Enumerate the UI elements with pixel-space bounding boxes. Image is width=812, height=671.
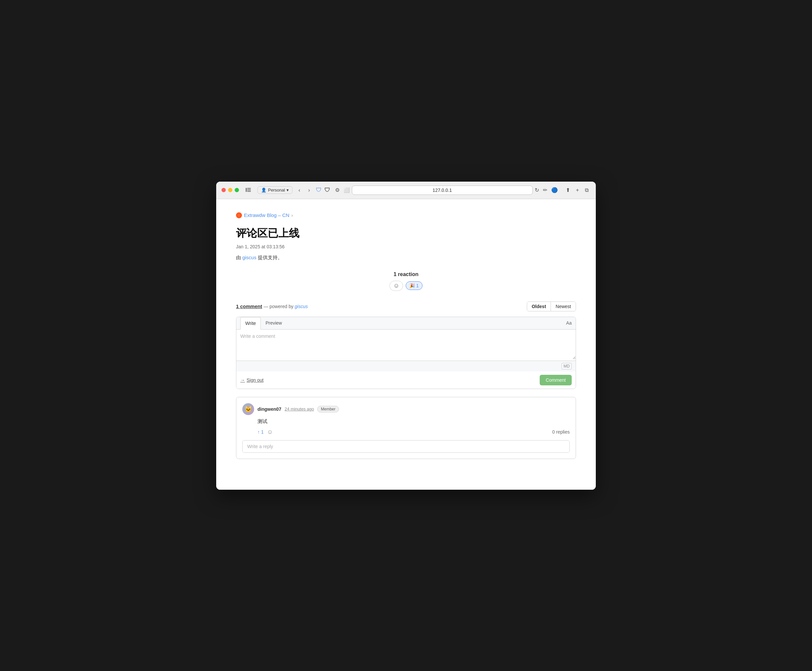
upvote-arrow-icon: ↑ [257,429,260,434]
profile-icon: 👤 [261,187,267,192]
forward-button[interactable]: › [306,186,312,194]
traffic-lights [221,188,239,192]
reactions-title: 1 reaction [236,271,576,278]
toolbar-right: ⬆ + ⧉ [564,186,591,194]
address-bar-input[interactable] [352,186,533,195]
profile-label: Personal [268,187,285,192]
share-button[interactable]: ⬆ [564,186,572,194]
svg-rect-3 [247,191,251,192]
giscus-link-2[interactable]: giscus [295,304,308,309]
comment-emoji-button[interactable]: ☺ [267,429,273,436]
powered-suffix: 提供支持。 [257,255,282,260]
shield-icon-2: 🛡 [324,187,330,194]
editor-actions: → Sign out Comment [236,371,576,389]
sign-out-label: Sign out [246,377,263,383]
reactions-row: ☺ 🎉 1 [236,281,576,291]
traffic-light-green[interactable] [235,188,239,192]
comment-meta: 🐱 dingwen07 24 minutes ago Member [242,403,570,415]
smiley-icon: ☺ [393,282,399,289]
powered-by-label: — powered by giscus [264,304,308,309]
traffic-light-red[interactable] [221,188,226,192]
party-reaction-button[interactable]: 🎉 1 [406,281,423,290]
settings-icon[interactable]: ⚙ [333,186,341,194]
breadcrumb-icon [236,212,242,218]
reply-input-container [242,440,570,453]
breadcrumb-link[interactable]: Extrawdw Blog – CN [244,212,289,218]
comment-count-area: 1 comment — powered by giscus [236,303,308,310]
shield-icon: 🛡 [316,187,322,194]
browser-window: 👤 Personal ▾ ‹ › 🛡 🛡 ⚙ ⬜ ↻ ✏ 🔵 ⬆ + ⧉ Ext… [216,182,596,490]
party-icon: 🎉 [409,283,415,288]
post-powered-by: 由 giscus 提供支持。 [236,255,576,261]
back-button[interactable]: ‹ [296,186,302,194]
sign-out-arrow-icon: → [240,377,245,383]
replies-count: 0 replies [552,429,570,434]
comment-body: 测试 [257,418,570,425]
avatar: 🐱 [242,403,254,415]
sort-newest-button[interactable]: Newest [551,302,576,311]
emoji-reaction-button[interactable]: ☺ [389,281,403,291]
editor-aa-label: Aa [566,320,572,325]
comment-author[interactable]: dingwen07 [257,407,281,412]
traffic-light-yellow[interactable] [228,188,233,192]
profile-button[interactable]: 👤 Personal ▾ [257,186,292,194]
page-title: 评论区已上线 [236,226,576,241]
giscus-link[interactable]: giscus [242,255,257,260]
reaction-count: 1 [416,283,419,288]
member-badge: Member [317,406,339,412]
tab-write[interactable]: Write [240,317,261,330]
svg-rect-2 [247,189,251,190]
svg-rect-0 [246,188,247,192]
avatar-image: 🐱 [242,403,254,415]
comment-actions: ↑ 1 ☺ [257,429,273,436]
chevron-down-icon: ▾ [287,187,289,192]
editor-tabs: Write Preview Aa [236,317,576,330]
reply-input[interactable] [243,441,569,452]
comment-count[interactable]: 1 comment [236,303,262,309]
svg-rect-1 [247,188,251,189]
comment-header: 1 comment — powered by giscus Oldest New… [236,301,576,312]
browser-content: Extrawdw Blog – CN › 评论区已上线 Jan 1, 2025 … [216,199,596,490]
breadcrumb-separator: › [291,212,293,218]
address-bar-container: 🛡 🛡 ⚙ ⬜ ↻ ✏ 🔵 [316,186,560,195]
powered-prefix: 由 [236,255,242,260]
profile-circle-icon[interactable]: 🔵 [549,186,560,194]
comment-time[interactable]: 24 minutes ago [285,407,314,411]
comment-editor: Write Preview Aa MD → Sign out Comment [236,317,576,389]
browser-titlebar: 👤 Personal ▾ ‹ › 🛡 🛡 ⚙ ⬜ ↻ ✏ 🔵 ⬆ + ⧉ [216,182,596,199]
sort-oldest-button[interactable]: Oldest [527,302,551,311]
add-tab-button[interactable]: + [574,186,581,194]
comment-submit-button[interactable]: Comment [540,375,572,385]
reactions-section: 1 reaction ☺ 🎉 1 [236,271,576,291]
editor-footer: MD [236,361,576,371]
tab-preview[interactable]: Preview [261,317,287,329]
upvote-button[interactable]: ↑ 1 [257,429,264,434]
sign-out-button[interactable]: → Sign out [240,377,263,383]
markdown-icon: MD [561,363,572,370]
upvote-count: 1 [261,429,264,434]
comment-textarea[interactable] [236,330,576,359]
reader-icon[interactable]: ⬜ [341,186,352,194]
edit-icon[interactable]: ✏ [541,186,549,194]
reload-button[interactable]: ↻ [533,186,541,194]
sidebar-toggle-button[interactable] [243,186,253,194]
post-date: Jan 1, 2025 at 03:13:56 [236,244,576,249]
tabs-button[interactable]: ⧉ [583,186,591,194]
comment-card: 🐱 dingwen07 24 minutes ago Member 测试 ↑ 1… [236,397,576,459]
sort-buttons: Oldest Newest [527,301,576,312]
comment-footer: ↑ 1 ☺ 0 replies [257,429,570,436]
breadcrumb: Extrawdw Blog – CN › [236,212,576,218]
